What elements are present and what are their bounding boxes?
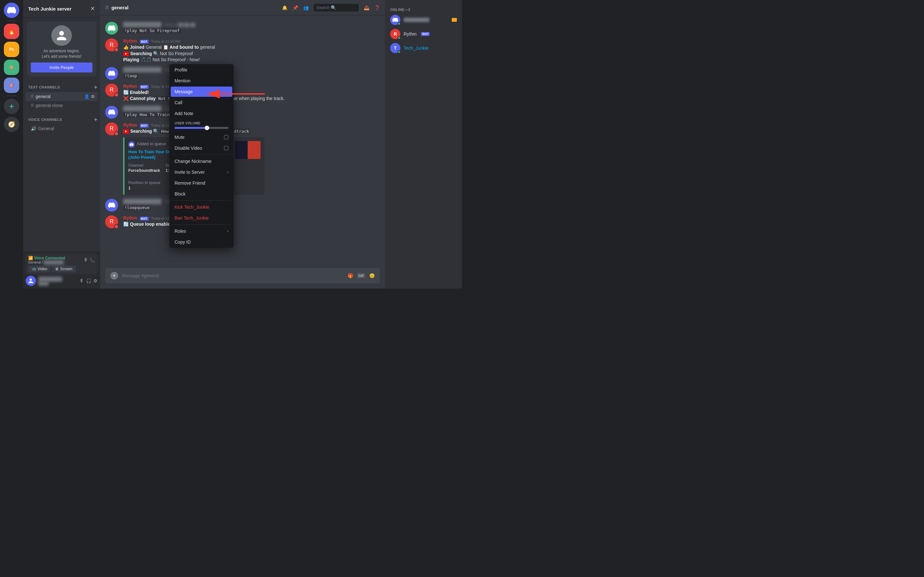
member-avatar bbox=[390, 15, 401, 25]
add-text-channel-button[interactable]: + bbox=[94, 84, 97, 91]
member-status-dot-techjunkie bbox=[397, 50, 401, 53]
voice-channels-header[interactable]: VOICE CHANNELS + bbox=[23, 115, 100, 124]
close-button[interactable]: ✕ bbox=[90, 5, 95, 12]
user-settings-icon[interactable]: ⚙ bbox=[94, 278, 97, 284]
message-label: Message bbox=[174, 89, 193, 94]
explore-button[interactable]: 🧭 bbox=[4, 117, 19, 132]
video-button[interactable]: 📹 Video bbox=[28, 266, 50, 272]
context-add-note[interactable]: Add Note bbox=[171, 108, 232, 119]
context-mention[interactable]: Mention bbox=[171, 76, 232, 86]
main-content: # general 🔔 📌 👥 Search 🔍 📥 ❓ ██ bbox=[100, 0, 385, 288]
context-profile[interactable]: Profile bbox=[171, 65, 232, 75]
gift-icon[interactable]: 🎁 bbox=[348, 273, 353, 278]
message-author: ████████████ bbox=[123, 106, 162, 111]
pin-icon[interactable]: 📌 bbox=[292, 5, 298, 10]
context-mute[interactable]: Mute bbox=[171, 132, 232, 142]
chat-channel-name: general bbox=[111, 5, 128, 10]
member-name-rythm: Rythm bbox=[404, 31, 417, 37]
channel-name-general: general bbox=[36, 94, 51, 99]
context-kick[interactable]: Kick Tech_Junkie bbox=[171, 202, 232, 212]
context-remove-friend[interactable]: Remove Friend bbox=[171, 178, 232, 188]
channel-item-general[interactable]: # general 👤 ⚙ bbox=[26, 92, 97, 101]
members-icon[interactable]: 👥 bbox=[303, 5, 309, 10]
screen-button[interactable]: 🖥 Screen bbox=[52, 266, 75, 272]
bell-icon[interactable]: 🔔 bbox=[282, 5, 288, 10]
gif-icon[interactable]: GIF bbox=[357, 273, 365, 278]
mic-icon[interactable]: 🎙 bbox=[79, 278, 84, 284]
avatar-rythm-2: R bbox=[105, 84, 118, 97]
text-channels-label: TEXT CHANNELS bbox=[28, 85, 60, 89]
message-group: R Rythm BOT Today at 11:53 AM 👍 Joined G… bbox=[100, 37, 385, 64]
kick-label: Kick Tech_Junkie bbox=[174, 205, 209, 210]
add-attachment-button[interactable]: + bbox=[110, 272, 118, 279]
search-bar[interactable]: Search 🔍 bbox=[314, 4, 359, 11]
server-icon-4[interactable]: 🎯 bbox=[4, 77, 19, 93]
add-voice-channel-button[interactable]: + bbox=[94, 116, 97, 123]
context-roles[interactable]: Roles › bbox=[171, 226, 232, 236]
settings-icon[interactable]: ⚙ bbox=[91, 94, 95, 99]
members-sidebar: ONLINE—3 R Rythm BOT T Tech_Junkie bbox=[385, 0, 462, 288]
chevron-right-roles-icon: › bbox=[227, 229, 228, 234]
thumb-left bbox=[235, 141, 248, 159]
message-group: R Rythm BOT Today at 11:53 AM 🔄 Enabled!… bbox=[100, 82, 385, 103]
help-icon[interactable]: ❓ bbox=[375, 5, 380, 10]
voice-connected-subtitle: General / ████████ bbox=[28, 260, 65, 264]
screen-icon: 🖥 bbox=[55, 267, 59, 271]
rythm-status-2 bbox=[114, 93, 119, 97]
text-channels-header[interactable]: TEXT CHANNELS + bbox=[23, 83, 100, 92]
channel-item-general-clone[interactable]: # general-clone bbox=[26, 101, 97, 110]
invite-card-text: An adventure begins. Let's add some frie… bbox=[31, 48, 92, 59]
member-item-techjunkie[interactable]: T Tech_Junkie bbox=[388, 41, 459, 55]
search-icon: 🔍 bbox=[331, 5, 336, 10]
context-divider-1 bbox=[172, 155, 231, 155]
context-message[interactable]: Message bbox=[171, 87, 232, 97]
context-block[interactable]: Block bbox=[171, 189, 232, 199]
discord-home-button[interactable] bbox=[4, 3, 19, 18]
chat-header: # general 🔔 📌 👥 Search 🔍 📥 ❓ bbox=[100, 0, 385, 15]
context-copy-id[interactable]: Copy ID bbox=[171, 237, 232, 247]
server-icon-2[interactable]: Ps bbox=[4, 42, 19, 57]
mute-checkbox[interactable] bbox=[224, 135, 228, 139]
message-content: Rythm BOT Today at 12:02 PM ▶ Searching … bbox=[123, 122, 380, 195]
member-name-techjunkie: Tech_Junkie bbox=[404, 45, 429, 51]
member-item[interactable] bbox=[388, 13, 459, 27]
server-icon-3[interactable]: 🎨 bbox=[4, 60, 19, 75]
context-change-nickname[interactable]: Change Nickname bbox=[171, 156, 232, 166]
headset-icon[interactable]: 🎧 bbox=[86, 278, 91, 284]
invite-people-button[interactable]: Invite People bbox=[31, 63, 92, 73]
message-content: ████████████ Today at ██:██ ██ !loop bbox=[123, 67, 380, 80]
message-text: 🔄 Queue loop enabled bbox=[123, 221, 380, 227]
invite-avatar bbox=[51, 25, 72, 46]
bot-badge: BOT bbox=[140, 40, 149, 44]
member-item-rythm[interactable]: R Rythm BOT bbox=[388, 27, 459, 41]
message-text: 🔄 Enabled! ❌ Cannot play Not So Fireproo… bbox=[123, 89, 380, 102]
voice-channel-general[interactable]: 🔊 General bbox=[26, 124, 97, 133]
slider-thumb[interactable] bbox=[205, 126, 209, 130]
voice-channels-section: VOICE CHANNELS + 🔊 General bbox=[23, 113, 100, 135]
voice-mute-icon[interactable]: 🎙 bbox=[84, 258, 88, 263]
server-icon-1[interactable]: 🔥 bbox=[4, 24, 19, 39]
message-header: ████████████ Today at ██:██ ██ bbox=[123, 199, 380, 204]
disable-video-checkbox[interactable] bbox=[224, 146, 228, 150]
user-icon[interactable]: 👤 bbox=[84, 94, 89, 99]
add-server-button[interactable]: + bbox=[4, 99, 19, 114]
disable-video-label: Disable Video bbox=[174, 145, 202, 151]
voice-disconnect-icon[interactable]: 📞 bbox=[89, 258, 95, 263]
volume-slider[interactable] bbox=[174, 127, 228, 129]
inbox-icon[interactable]: 📥 bbox=[364, 5, 369, 10]
username: ████████ bbox=[39, 277, 77, 282]
chat-input-placeholder[interactable]: Message #general bbox=[122, 273, 344, 278]
voice-buttons: 📹 Video 🖥 Screen bbox=[28, 266, 95, 272]
emoji-icon[interactable]: 😊 bbox=[369, 273, 375, 278]
message-text: 👍 Joined General 📋 And bound to general … bbox=[123, 44, 380, 63]
context-ban[interactable]: Ban Tech_Junkie bbox=[171, 213, 232, 223]
call-label: Call bbox=[174, 100, 182, 105]
profile-label: Profile bbox=[174, 67, 187, 73]
context-call[interactable]: Call bbox=[171, 97, 232, 108]
context-disable-video[interactable]: Disable Video bbox=[171, 143, 232, 153]
message-author: ████████████ bbox=[123, 67, 162, 72]
invite-to-server-label: Invite to Server bbox=[174, 169, 205, 175]
embed-thumbnail bbox=[235, 141, 260, 159]
context-invite-to-server[interactable]: Invite to Server › bbox=[171, 167, 232, 177]
ban-label: Ban Tech_Junkie bbox=[174, 215, 208, 221]
